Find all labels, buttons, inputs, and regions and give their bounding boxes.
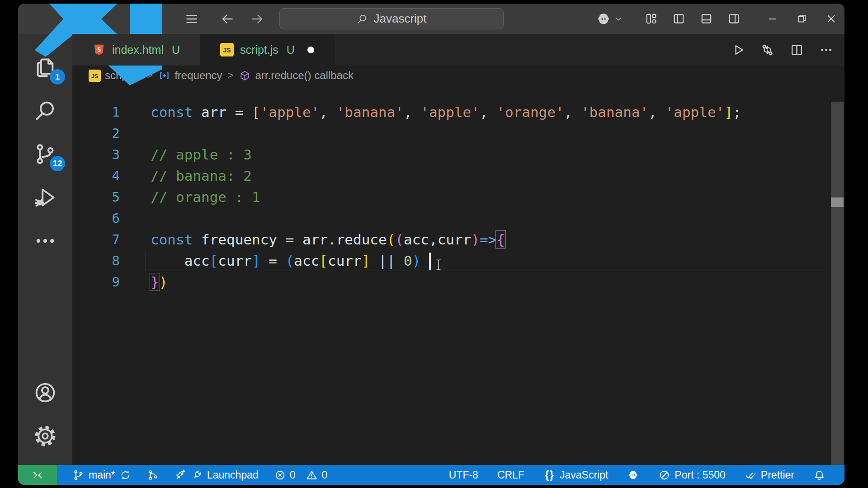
plug-icon [191,469,203,481]
toggle-secondary-sidebar-icon[interactable] [727,12,741,26]
code-line[interactable]: 1const arr = ['apple', 'banana', 'apple'… [72,102,844,123]
more-actions-button[interactable] [819,42,834,57]
line-number[interactable]: 5 [72,187,120,208]
activity-search[interactable] [18,89,72,132]
code-line[interactable]: 4// banana: 2 [72,165,844,187]
status-label: Launchpad [207,469,259,481]
status-segment: 0 [306,469,327,481]
activity-settings[interactable] [18,414,72,458]
line-number[interactable]: 1 [72,102,120,123]
search-icon [33,98,58,123]
window-controls [766,13,837,25]
minimize-icon[interactable] [766,13,778,25]
js-file-icon: JS [220,43,234,56]
search-icon [356,13,368,25]
svg-text:5: 5 [97,47,101,53]
code-line[interactable]: 5// orange : 1 [72,187,844,208]
activity-more[interactable] [18,219,72,263]
close-icon[interactable] [825,13,837,25]
open-changes-button[interactable] [760,42,775,57]
run-button[interactable] [731,42,745,57]
status-prettier[interactable]: Prettier [745,465,794,485]
vscode-window: Javascript 112 [18,4,844,485]
gear-icon [33,423,58,449]
code-line[interactable]: 9}) [72,272,844,293]
activity-account[interactable] [18,371,72,414]
code-line[interactable]: 3// apple : 3 [72,144,844,165]
status-bar-left: main*Launchpad00 [18,465,327,485]
status-remote-indicator[interactable] [18,465,57,485]
menu-icon[interactable] [184,12,199,26]
breadcrumb-label: arr.reduce() callback [255,69,353,82]
line-number[interactable]: 3 [72,144,120,165]
status-label: Prettier [761,469,794,481]
status-bar-right: UTF-8CRLF{}JavaScriptPort : 5500Prettier [449,465,844,485]
customize-layout-icon[interactable] [644,12,658,26]
code-text: // apple : 3 [151,144,252,165]
line-number[interactable]: 8 [72,250,120,272]
status-source-control-graph[interactable] [147,465,159,485]
git-status-badge: U [287,43,295,56]
activity-explorer[interactable]: 1 [18,46,72,89]
code-line[interactable]: 7const frequency = arr.reduce((acc,curr)… [72,229,844,250]
modified-dot-icon[interactable] [307,47,314,53]
editor-actions [731,34,834,66]
code-line[interactable]: 8 acc[curr] = (acc[curr] || 0) [72,250,844,272]
code-editor[interactable]: 1const arr = ['apple', 'banana', 'apple'… [72,85,844,465]
status-label: Port : 5500 [675,469,726,481]
code-text: // orange : 1 [151,187,260,208]
line-number[interactable]: 4 [72,165,120,187]
ellipsis-icon [33,228,58,253]
split-editor-button[interactable] [789,42,804,57]
toggle-sidebar-icon[interactable] [672,12,686,26]
status-copilot-status[interactable] [627,465,639,485]
line-number[interactable]: 7 [72,229,120,250]
nav-arrows [220,4,264,34]
nav-forward-icon[interactable] [250,12,264,26]
restore-icon[interactable] [796,13,808,25]
status-live-server-port[interactable]: Port : 5500 [658,465,726,485]
tab-bar: 5index.htmlUJSscript.jsU [72,34,844,66]
status-problems[interactable]: 00 [274,465,328,485]
status-label: main* [89,469,115,481]
copilot-menu[interactable] [595,11,623,27]
rocket-icon [175,469,187,481]
chevron-down-icon [613,14,623,24]
double-check-icon [745,469,757,481]
line-number[interactable]: 6 [72,208,120,229]
status-branch-status[interactable]: main* [72,465,132,485]
code-line[interactable]: 6 [72,208,844,229]
status-notifications[interactable] [813,465,826,485]
status-segment: 0 [274,469,296,481]
status-eol[interactable]: CRLF [497,465,524,485]
text-cursor [429,253,431,270]
status-encoding[interactable]: UTF-8 [449,465,478,485]
status-language-mode[interactable]: {}JavaScript [543,465,608,485]
activity-run-debug[interactable] [18,176,72,219]
copilot-icon [627,469,639,481]
status-launchpad[interactable]: Launchpad [175,465,259,485]
command-center-label: Javascript [373,12,426,26]
breadcrumb-item[interactable]: arr.reduce() callback [239,69,353,82]
graph-icon [147,469,159,481]
command-center-search[interactable]: Javascript [279,8,504,29]
activity-source-control[interactable]: 12 [18,132,72,176]
code-line[interactable]: 2 [72,123,844,144]
code-text: const frequency = arr.reduce((acc,curr)=… [151,229,505,250]
status-label: 0 [321,469,327,481]
nav-back-icon[interactable] [220,12,235,26]
screen: Javascript 112 [0,0,868,488]
warning-icon [306,469,318,481]
line-number[interactable]: 2 [72,123,120,144]
breadcrumb-separator: > [228,70,234,81]
svg-text:JS: JS [223,47,231,54]
git-status-badge: U [172,43,180,56]
line-number[interactable]: 9 [72,272,120,293]
toggle-panel-icon[interactable] [699,12,713,26]
debug-icon [33,185,58,210]
status-label: JavaScript [560,469,608,481]
tab-index.html[interactable]: 5index.htmlU [72,34,200,66]
html-file-icon: 5 [92,43,106,56]
tab-script.js[interactable]: JSscript.jsU [200,34,335,66]
status-label: CRLF [497,469,524,481]
